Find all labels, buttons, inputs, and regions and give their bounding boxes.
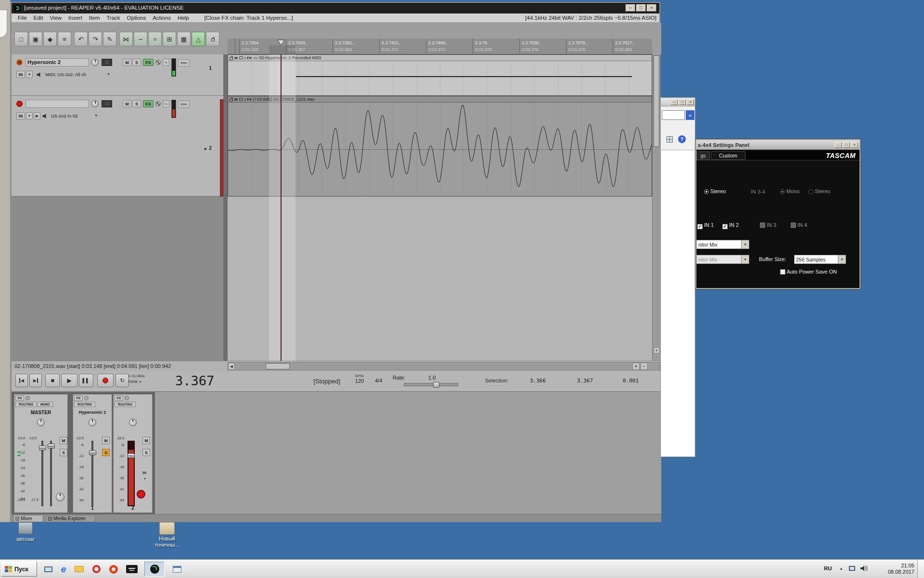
minimize-button[interactable]: –	[834, 142, 842, 148]
solo-button[interactable]: S	[132, 59, 141, 66]
help-search-input[interactable]	[662, 110, 685, 120]
dropdown-arrow-icon[interactable]: ▼	[838, 255, 846, 263]
reaper-taskbar-button[interactable]	[144, 562, 165, 577]
solo-button[interactable]: S	[132, 100, 141, 107]
dropdown-arrow-icon[interactable]: ▼	[741, 240, 749, 249]
open-project-button[interactable]: ▣	[29, 32, 42, 46]
record-arm-button[interactable]	[16, 101, 23, 107]
ripple-edit-button[interactable]: ≈	[148, 32, 162, 46]
radio-icon[interactable]	[780, 189, 785, 194]
ch2-fader-handle[interactable]	[128, 453, 135, 458]
menu-insert[interactable]: Insert	[65, 15, 86, 21]
horizontal-scrollbar[interactable]: ◀ + −	[228, 362, 660, 370]
in4-checkbox[interactable]: IN 4	[791, 222, 807, 228]
ch1-input-icon[interactable]	[84, 396, 89, 400]
envelope-button[interactable]: ~	[163, 100, 169, 107]
master-pan-knob[interactable]	[37, 419, 45, 426]
tascam-tab-custom[interactable]: Custom	[711, 151, 745, 160]
item-mute-icon[interactable]: M	[234, 97, 238, 102]
track-height-handle[interactable]: ◆	[204, 147, 206, 151]
item-fx-icon[interactable]: FX	[247, 56, 252, 60]
ch2-fx-button[interactable]: FX	[115, 395, 123, 401]
item-lock-icon[interactable]	[230, 57, 233, 60]
tray-chevron-icon[interactable]: ▲	[839, 566, 843, 571]
master-routing-button[interactable]: ROUTING	[15, 402, 37, 407]
panel-splitter[interactable]	[223, 54, 228, 361]
ch1-pan-knob[interactable]	[89, 419, 96, 426]
go-to-end-button[interactable]: ▶	[29, 374, 42, 387]
fx-button[interactable]: FX	[143, 100, 154, 107]
selection-end[interactable]: 3.367	[577, 378, 593, 384]
fx-button[interactable]: FX	[143, 59, 154, 66]
item-lock-icon[interactable]	[230, 99, 233, 102]
menu-help[interactable]: Help	[174, 15, 192, 21]
project-settings-button[interactable]: ≡	[58, 32, 71, 46]
ch1-mute-button[interactable]: M	[102, 437, 110, 444]
checkbox-icon[interactable]	[780, 269, 785, 275]
master-fader-right-handle[interactable]	[48, 444, 55, 448]
master-solo-button[interactable]: S	[60, 449, 67, 456]
fx-bypass-icon[interactable]	[155, 101, 161, 106]
ch2-in-label[interactable]: IN	[142, 471, 146, 475]
ch2-pan-knob[interactable]	[129, 419, 137, 426]
redo-button[interactable]: ↷	[89, 32, 102, 46]
ch2-record-arm-button[interactable]	[137, 490, 145, 499]
minimize-button[interactable]: –	[670, 99, 678, 105]
master-fader-right-track[interactable]	[50, 441, 52, 506]
ch2-routing-button[interactable]: ROUTING	[115, 402, 136, 407]
help-question-icon[interactable]: ?	[678, 135, 686, 143]
save-project-button[interactable]: ◆	[43, 32, 57, 46]
undo-button[interactable]: ↶	[74, 32, 88, 46]
track-name-field[interactable]: Hypersonic 2	[26, 58, 89, 66]
input-dropdown-button[interactable]: ▼	[26, 112, 33, 119]
ch2-input-icon[interactable]	[125, 396, 129, 400]
timeline-ruler[interactable]: 2.3.7304..0:03.365 2.3.7343..0:03.367 2.…	[228, 39, 652, 54]
tascam-taskbar-icon[interactable]	[124, 562, 140, 577]
menu-options[interactable]: Options	[124, 15, 150, 21]
envelope-button[interactable]: ∼	[134, 32, 147, 46]
menu-track[interactable]: Track	[103, 15, 123, 21]
pencil-edit-button[interactable]: ✎	[103, 32, 116, 46]
track-name-field[interactable]	[26, 100, 89, 108]
menu-edit[interactable]: Edit	[30, 15, 47, 21]
mixer-strip-2[interactable]: FX ROUTING -18.9 -6 -12 -18 -30 -42 -54 …	[113, 394, 153, 513]
tascam-tab-partial[interactable]: gs	[696, 151, 710, 160]
monitor-speaker-icon[interactable]	[42, 114, 48, 118]
maximize-button[interactable]: □	[679, 99, 686, 105]
media-app-icon[interactable]	[89, 562, 104, 577]
window-app-icon[interactable]	[169, 562, 185, 577]
desktop-icon-avtozag[interactable]: автозаг	[7, 522, 44, 542]
group-items-button[interactable]: ⊞	[163, 32, 176, 46]
ch2-in-dropdown[interactable]: ▼	[143, 477, 146, 480]
fx-chain-status[interactable]: [Close FX chain: Track 1 Hyperso...]	[201, 15, 296, 21]
help-window-titlebar[interactable]: – □ ×	[661, 98, 695, 106]
item-info-icon[interactable]: i	[244, 97, 245, 102]
pan-knob[interactable]	[91, 59, 99, 66]
master-mute-button[interactable]: M	[60, 437, 67, 444]
master-fx-button[interactable]: FX	[15, 395, 24, 401]
crossfade-button[interactable]: ⋈	[119, 32, 133, 46]
routing-button[interactable]: ∷	[102, 59, 112, 66]
close-button[interactable]: ×	[687, 99, 694, 105]
record-button[interactable]	[97, 374, 114, 387]
track-panel-2[interactable]: ∷ M S FX ~ trim IN ▼ ▶ US-2x2 In 02 ▼ ◆ …	[12, 96, 223, 197]
item-info-icon[interactable]: i	[244, 56, 245, 60]
metronome-button[interactable]: △	[192, 32, 205, 46]
input-source-label[interactable]: MIDI: US-2x2: All ch	[45, 72, 86, 77]
master-input-icon[interactable]	[26, 396, 30, 400]
ch1-routing-button[interactable]: ROUTING	[74, 402, 95, 407]
menu-file[interactable]: File	[14, 15, 30, 21]
routing-button[interactable]: ∷	[102, 100, 112, 107]
stereo-34-radio[interactable]: Stereo	[808, 188, 830, 194]
ch1-fx-button[interactable]: FX	[74, 395, 83, 401]
auto-power-save-checkbox[interactable]: Auto Power Save ON	[780, 269, 837, 275]
ch1-fader-handle[interactable]	[89, 450, 96, 455]
record-arm-button[interactable]	[16, 59, 23, 66]
reaper-titlebar[interactable]: [unsaved project] - REAPER v5.40/x64 - E…	[12, 3, 659, 13]
dock-tab-mixer[interactable]: Mixer	[13, 515, 43, 522]
horizontal-zoom-out-button[interactable]: −	[641, 363, 648, 370]
master-mono-button[interactable]: MONO	[38, 402, 53, 407]
bpm-box[interactable]: BPM 120	[351, 374, 368, 384]
lock-settings-button[interactable]	[206, 32, 219, 46]
go-to-start-button[interactable]: ◀	[15, 374, 28, 387]
